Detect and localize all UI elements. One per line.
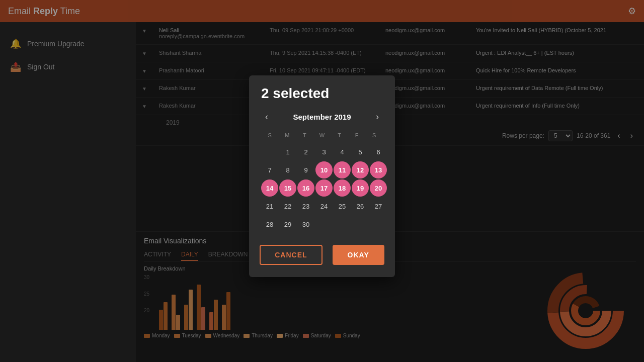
calendar-day-27[interactable]: 27 — [370, 198, 387, 215]
calendar-day-28[interactable]: 28 — [261, 216, 278, 233]
calendar-day-header: S — [261, 130, 279, 140]
calendar-day-13[interactable]: 13 — [370, 161, 387, 178]
picker-selected-label: 2 selected — [261, 85, 383, 102]
calendar-day-7[interactable]: 7 — [261, 161, 278, 178]
date-picker-overlay: 2 selected ‹ September 2019 › SMTWTFS 12… — [0, 0, 644, 362]
calendar-day-header: W — [313, 130, 331, 140]
calendar-day-12[interactable]: 12 — [352, 161, 369, 178]
cancel-button[interactable]: CANCEL — [260, 245, 322, 265]
date-picker-modal: 2 selected ‹ September 2019 › SMTWTFS 12… — [249, 75, 395, 277]
picker-nav: ‹ September 2019 › — [261, 110, 383, 124]
next-month-button[interactable]: › — [372, 110, 383, 124]
calendar-day-25[interactable]: 25 — [334, 198, 351, 215]
calendar-day-26[interactable]: 26 — [352, 198, 369, 215]
okay-button[interactable]: OKAY — [333, 245, 384, 265]
picker-actions: CANCEL OKAY — [261, 245, 383, 265]
calendar-day-empty — [261, 143, 278, 160]
calendar-day-16[interactable]: 16 — [297, 179, 314, 197]
calendar-day-14[interactable]: 14 — [261, 179, 278, 197]
calendar-day-21[interactable]: 21 — [261, 198, 278, 215]
calendar-day-20[interactable]: 20 — [370, 179, 387, 197]
prev-month-button[interactable]: ‹ — [261, 110, 272, 124]
calendar-day-header: T — [296, 130, 313, 140]
calendar-day-3[interactable]: 3 — [315, 143, 333, 160]
calendar-day-22[interactable]: 22 — [279, 198, 296, 215]
calendar-day-header: S — [365, 130, 383, 140]
calendar-day-29[interactable]: 29 — [279, 216, 296, 233]
calendar-day-1[interactable]: 1 — [279, 143, 296, 160]
calendar-day-2[interactable]: 2 — [297, 143, 314, 160]
calendar-day-header: T — [331, 130, 348, 140]
calendar-day-15[interactable]: 15 — [279, 179, 296, 197]
calendar-day-17[interactable]: 17 — [315, 179, 333, 197]
calendar-day-5[interactable]: 5 — [352, 143, 369, 160]
calendar-day-11[interactable]: 11 — [334, 161, 351, 178]
calendar-day-header: F — [348, 130, 366, 140]
calendar-day-header: M — [279, 130, 296, 140]
calendar-day-19[interactable]: 19 — [352, 179, 369, 197]
calendar-day-6[interactable]: 6 — [370, 143, 387, 160]
calendar-grid: SMTWTFS 12345678910111213141516171819202… — [261, 130, 383, 233]
calendar-day-9[interactable]: 9 — [297, 161, 314, 178]
picker-month-label: September 2019 — [293, 113, 351, 121]
calendar-day-8[interactable]: 8 — [279, 161, 296, 178]
calendar-day-23[interactable]: 23 — [297, 198, 314, 215]
calendar-day-10[interactable]: 10 — [315, 161, 333, 178]
calendar-days: 1234567891011121314151617181920212223242… — [261, 143, 383, 233]
calendar-day-4[interactable]: 4 — [334, 143, 351, 160]
calendar-header: SMTWTFS — [261, 130, 383, 140]
calendar-day-24[interactable]: 24 — [315, 198, 333, 215]
calendar-day-18[interactable]: 18 — [334, 179, 351, 197]
calendar-day-30[interactable]: 30 — [297, 216, 314, 233]
